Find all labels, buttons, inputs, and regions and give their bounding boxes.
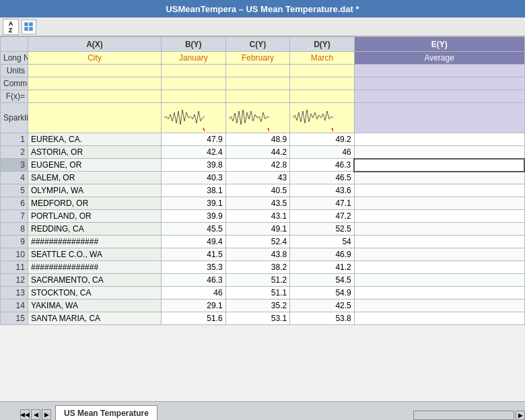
cell-c-10[interactable]: 43.8 — [225, 248, 290, 261]
cell-b-8[interactable]: 45.5 — [162, 223, 226, 236]
cell-city-11[interactable]: ############### — [28, 261, 161, 274]
cell-c-11[interactable]: 38.2 — [225, 261, 290, 274]
cell-b-12[interactable]: 46.3 — [162, 274, 226, 287]
cell-e-3[interactable] — [354, 159, 524, 172]
cell-b-5[interactable]: 38.1 — [162, 184, 226, 197]
fx-d[interactable] — [290, 90, 355, 103]
tab-first-btn[interactable]: ◀◀ — [20, 409, 30, 420]
col-header-e[interactable]: E(Y) — [354, 37, 524, 52]
tab-us-mean-temp[interactable]: US Mean Temperature — [55, 405, 158, 420]
cell-city-2[interactable]: ASTORIA, OR — [28, 146, 161, 159]
cell-city-3[interactable]: EUGENE, OR — [28, 159, 161, 172]
col-header-a[interactable]: A(X) — [28, 37, 161, 52]
cell-city-1[interactable]: EUREKA, CA. — [28, 133, 161, 146]
cell-e-2[interactable] — [354, 146, 524, 159]
cell-d-11[interactable]: 41.2 — [290, 261, 355, 274]
cell-d-9[interactable]: 54 — [290, 236, 355, 248]
comments-d[interactable] — [290, 77, 355, 90]
cell-city-8[interactable]: REDDING, CA — [28, 223, 161, 236]
cell-b-1[interactable]: 47.9 — [162, 133, 226, 146]
cell-c-13[interactable]: 51.1 — [225, 287, 290, 300]
long-name-d[interactable]: March — [290, 52, 355, 65]
cell-e-1[interactable] — [354, 133, 524, 146]
cell-city-12[interactable]: SACRAMENTO, CA — [28, 274, 161, 287]
cell-e-14[interactable] — [354, 300, 524, 312]
cell-city-4[interactable]: SALEM, OR — [28, 172, 161, 184]
fx-c[interactable] — [225, 90, 290, 103]
cell-b-15[interactable]: 51.6 — [162, 312, 226, 325]
cell-b-7[interactable]: 39.9 — [162, 210, 226, 223]
cell-city-7[interactable]: PORTLAND, OR — [28, 210, 161, 223]
cell-d-12[interactable]: 54.5 — [290, 274, 355, 287]
units-c[interactable] — [225, 65, 290, 77]
tab-prev-btn[interactable]: ◀ — [31, 409, 40, 420]
cell-e-15[interactable] — [354, 312, 524, 325]
cell-d-14[interactable]: 42.5 — [290, 300, 355, 312]
cell-d-4[interactable]: 46.5 — [290, 172, 355, 184]
cell-c-3[interactable]: 42.8 — [225, 159, 290, 172]
cell-b-6[interactable]: 39.1 — [162, 197, 226, 210]
cell-d-3[interactable]: 46.3 — [290, 159, 355, 172]
units-a[interactable] — [28, 65, 161, 77]
tab-next-btn[interactable]: ▶ — [42, 409, 51, 420]
long-name-c[interactable]: February — [225, 52, 290, 65]
cell-b-4[interactable]: 40.3 — [162, 172, 226, 184]
cell-d-1[interactable]: 49.2 — [290, 133, 355, 146]
cell-city-14[interactable]: YAKIMA, WA — [28, 300, 161, 312]
comments-b[interactable] — [162, 77, 226, 90]
cell-e-5[interactable] — [354, 184, 524, 197]
cell-c-7[interactable]: 43.1 — [225, 210, 290, 223]
grid-icon[interactable] — [22, 20, 36, 34]
cell-b-11[interactable]: 35.3 — [162, 261, 226, 274]
cell-c-5[interactable]: 40.5 — [225, 184, 290, 197]
cell-d-6[interactable]: 47.1 — [290, 197, 355, 210]
cell-e-13[interactable] — [354, 287, 524, 300]
cell-b-14[interactable]: 29.1 — [162, 300, 226, 312]
cell-city-15[interactable]: SANTA MARIA, CA — [28, 312, 161, 325]
cell-city-10[interactable]: SEATTLE C.O., WA — [28, 248, 161, 261]
horizontal-scrollbar[interactable] — [413, 411, 514, 420]
cell-d-10[interactable]: 46.9 — [290, 248, 355, 261]
fx-a[interactable] — [28, 90, 161, 103]
cell-b-9[interactable]: 49.4 — [162, 236, 226, 248]
cell-e-9[interactable] — [354, 236, 524, 248]
cell-d-7[interactable]: 47.2 — [290, 210, 355, 223]
long-name-b[interactable]: January — [162, 52, 226, 65]
units-e[interactable] — [354, 65, 524, 77]
cell-c-1[interactable]: 48.9 — [225, 133, 290, 146]
cell-e-7[interactable] — [354, 210, 524, 223]
cell-c-6[interactable]: 43.5 — [225, 197, 290, 210]
long-name-e[interactable]: Average — [354, 52, 524, 65]
cell-city-5[interactable]: OLYMPIA, WA — [28, 184, 161, 197]
cell-e-12[interactable] — [354, 274, 524, 287]
cell-city-9[interactable]: ############### — [28, 236, 161, 248]
cell-city-6[interactable]: MEDFORD, OR — [28, 197, 161, 210]
cell-c-8[interactable]: 49.1 — [225, 223, 290, 236]
cell-e-8[interactable] — [354, 223, 524, 236]
scroll-right-btn[interactable]: ▶ — [516, 411, 525, 420]
cell-e-4[interactable] — [354, 172, 524, 184]
comments-a[interactable] — [28, 77, 161, 90]
cell-city-13[interactable]: STOCKTON, CA — [28, 287, 161, 300]
long-name-a[interactable]: City — [28, 52, 161, 65]
cell-e-6[interactable] — [354, 197, 524, 210]
cell-c-9[interactable]: 52.4 — [225, 236, 290, 248]
cell-b-10[interactable]: 41.5 — [162, 248, 226, 261]
cell-c-2[interactable]: 44.2 — [225, 146, 290, 159]
cell-c-12[interactable]: 51.2 — [225, 274, 290, 287]
units-b[interactable] — [162, 65, 226, 77]
cell-b-13[interactable]: 46 — [162, 287, 226, 300]
col-header-c[interactable]: C(Y) — [225, 37, 290, 52]
cell-c-4[interactable]: 43 — [225, 172, 290, 184]
units-d[interactable] — [290, 65, 355, 77]
cell-b-2[interactable]: 42.4 — [162, 146, 226, 159]
col-header-d[interactable]: D(Y) — [290, 37, 355, 52]
cell-e-11[interactable] — [354, 261, 524, 274]
cell-d-5[interactable]: 43.6 — [290, 184, 355, 197]
toolbar-icon[interactable]: AZ — [3, 19, 19, 35]
cell-d-8[interactable]: 52.5 — [290, 223, 355, 236]
cell-d-13[interactable]: 54.9 — [290, 287, 355, 300]
fx-e[interactable] — [354, 90, 524, 103]
fx-b[interactable] — [162, 90, 226, 103]
cell-e-10[interactable] — [354, 248, 524, 261]
